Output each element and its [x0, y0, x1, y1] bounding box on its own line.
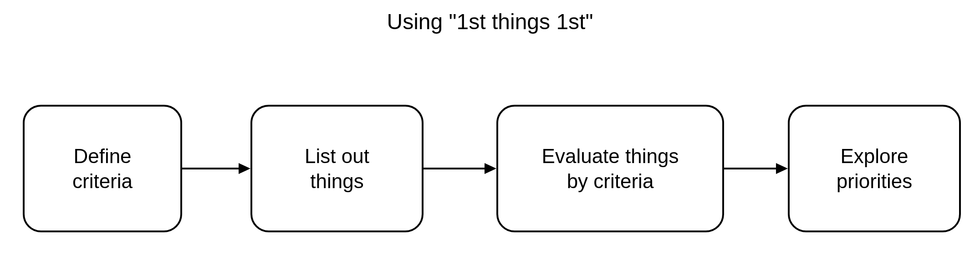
- step-list-out-things: List out things: [250, 105, 424, 232]
- step-label: List out things: [305, 143, 369, 194]
- step-evaluate-things: Evaluate things by criteria: [496, 105, 724, 232]
- step-explore-priorities: Explore priorities: [788, 105, 961, 232]
- diagram-title: Using "1st things 1st": [0, 9, 980, 34]
- step-define-criteria: Define criteria: [23, 105, 182, 232]
- arrow-icon: [424, 159, 496, 178]
- svg-marker-1: [239, 163, 250, 174]
- step-label: Define criteria: [72, 143, 133, 194]
- arrow-icon: [724, 159, 788, 178]
- svg-marker-5: [776, 163, 788, 174]
- flow-container: Define criteria List out things Evaluate…: [23, 105, 957, 232]
- step-label: Evaluate things by criteria: [542, 143, 679, 194]
- svg-marker-3: [485, 163, 496, 174]
- arrow-icon: [182, 159, 250, 178]
- step-label: Explore priorities: [837, 143, 912, 194]
